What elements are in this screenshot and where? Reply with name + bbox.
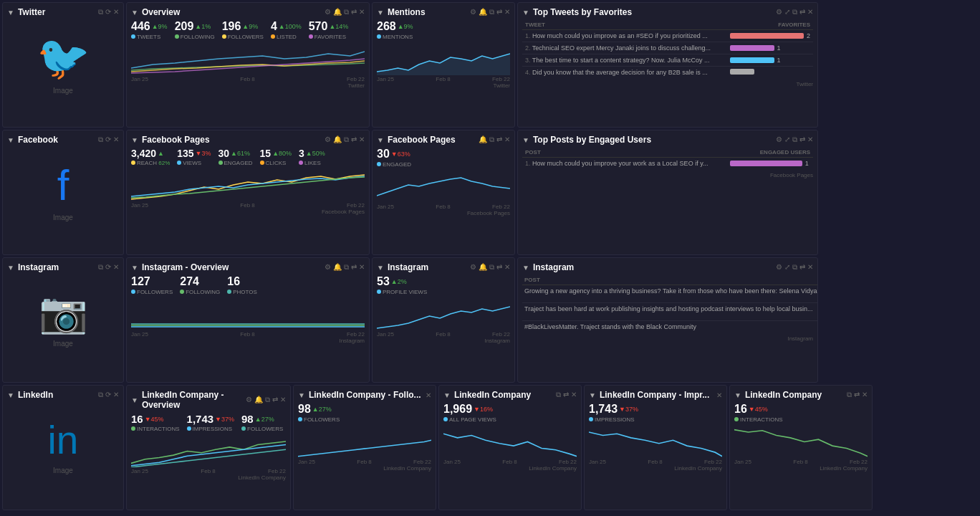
bell-icon[interactable]: 🔔	[333, 135, 342, 144]
mentions-label: MENTIONS	[377, 34, 413, 40]
close-icon[interactable]: ✕	[862, 391, 868, 399]
ig-overview-controls[interactable]: ⚙ 🔔 ⧉ ⇄ ✕	[325, 263, 365, 272]
panel-controls[interactable]: ⧉ ⟳ ✕	[98, 8, 119, 16]
close-icon[interactable]: ✕	[359, 263, 365, 272]
close-icon[interactable]: ✕	[571, 391, 577, 399]
copy-icon[interactable]: ⧉	[489, 263, 494, 272]
gear-icon[interactable]: ⚙	[470, 263, 476, 272]
share-icon[interactable]: ⇄	[799, 8, 805, 16]
close-icon[interactable]: ✕	[113, 135, 119, 144]
refresh-icon[interactable]: ⟳	[105, 135, 111, 144]
close-icon[interactable]: ✕	[113, 263, 119, 272]
share-icon[interactable]: ⇄	[272, 396, 278, 404]
copy-icon[interactable]: ⧉	[98, 391, 103, 399]
share-icon[interactable]: ⇄	[799, 135, 805, 144]
copy-icon[interactable]: ⧉	[792, 135, 797, 144]
refresh-icon[interactable]: ⟳	[105, 391, 111, 399]
li-co-last-controls[interactable]: ⧉ ⇄ ✕	[847, 391, 868, 399]
resize-icon[interactable]: ⤢	[784, 8, 790, 16]
close-icon[interactable]: ✕	[113, 391, 119, 399]
li-co-controls[interactable]: ⧉ ⇄ ✕	[556, 391, 577, 399]
close-icon[interactable]: ✕	[716, 391, 722, 399]
bell-icon[interactable]: 🔔	[479, 8, 487, 16]
copy-icon[interactable]: ⧉	[847, 391, 852, 399]
gear-icon[interactable]: ⚙	[246, 396, 252, 404]
fb-pages-controls[interactable]: 🔔 ⧉ ⇄ ✕	[479, 135, 510, 144]
close-icon[interactable]: ✕	[504, 135, 510, 144]
share-icon[interactable]: ⇄	[351, 263, 357, 272]
instagram-title: Instagram	[18, 262, 59, 272]
refresh-icon[interactable]: ⟳	[105, 263, 111, 272]
tweet-text: Did you know that the average decision f…	[532, 69, 708, 76]
share-icon[interactable]: ⇄	[854, 391, 860, 399]
bell-icon[interactable]: 🔔	[479, 135, 487, 144]
fb-controls[interactable]: ⧉ ⟳ ✕	[98, 135, 119, 144]
close-icon[interactable]: ✕	[504, 8, 510, 16]
metric-reach: 3,420▲ REACH 62%	[131, 148, 170, 166]
copy-icon[interactable]: ⧉	[98, 8, 103, 16]
li-co-impressions-controls[interactable]: ✕	[716, 391, 722, 399]
bell-icon[interactable]: 🔔	[333, 263, 342, 272]
copy-icon[interactable]: ⧉	[98, 263, 103, 272]
metric-clicks: 15▲80% CLICKS	[260, 148, 292, 166]
overview-controls[interactable]: ⚙ 🔔 ⧉ ⇄ ✕	[325, 8, 365, 16]
bell-icon[interactable]: 🔔	[479, 263, 487, 272]
li-co-page-views-metrics: 1,969▼16% ALL PAGE VIEWS	[443, 403, 577, 423]
close-icon[interactable]: ✕	[359, 135, 365, 144]
close-icon[interactable]: ✕	[359, 8, 365, 16]
copy-icon[interactable]: ⧉	[344, 135, 349, 144]
close-icon[interactable]: ✕	[807, 8, 813, 16]
resize-icon[interactable]: ⤢	[784, 263, 790, 272]
ig-logo-controls[interactable]: ⧉ ⟳ ✕	[98, 263, 119, 272]
share-icon[interactable]: ⇄	[496, 135, 502, 144]
gear-icon[interactable]: ⚙	[776, 135, 782, 144]
top-posts-source: Facebook Pages	[522, 172, 813, 178]
li-co-overview-controls[interactable]: ⚙ 🔔 ⧉ ⇄ ✕	[246, 396, 286, 404]
ig-followers-label: FOLLOWERS	[131, 289, 173, 295]
copy-icon[interactable]: ⧉	[344, 8, 349, 16]
gear-icon[interactable]: ⚙	[325, 135, 331, 144]
gear-icon[interactable]: ⚙	[776, 263, 782, 272]
close-icon[interactable]: ✕	[113, 8, 119, 16]
fb-pages-overview-title: Facebook Pages	[142, 135, 210, 145]
fb-pages-overview-chart	[131, 169, 365, 201]
copy-icon[interactable]: ⧉	[489, 135, 494, 144]
share-icon[interactable]: ⇄	[351, 135, 357, 144]
close-icon[interactable]: ✕	[504, 263, 510, 272]
share-icon[interactable]: ⇄	[799, 263, 805, 272]
close-icon[interactable]: ✕	[426, 391, 431, 399]
refresh-icon[interactable]: ⟳	[105, 8, 111, 16]
share-icon[interactable]: ⇄	[351, 8, 357, 16]
resize-icon[interactable]: ⤢	[784, 135, 790, 144]
copy-icon[interactable]: ⧉	[556, 391, 561, 399]
gear-icon[interactable]: ⚙	[776, 8, 782, 16]
linkedin-logo: in Image	[7, 403, 119, 489]
copy-icon[interactable]: ⧉	[792, 263, 797, 272]
top-posts-controls[interactable]: ⚙ ⤢ ⧉ ⇄ ✕	[776, 135, 813, 144]
share-icon[interactable]: ⇄	[496, 8, 502, 16]
gear-icon[interactable]: ⚙	[325, 263, 331, 272]
top-posts-panel: ▼ Top Posts by Engaged Users ⚙ ⤢ ⧉ ⇄ ✕ P…	[517, 130, 818, 255]
close-icon[interactable]: ✕	[807, 263, 813, 272]
close-icon[interactable]: ✕	[280, 396, 286, 404]
close-icon[interactable]: ✕	[807, 135, 813, 144]
li-logo-controls[interactable]: ⧉ ⟳ ✕	[98, 391, 119, 399]
ig-posts-controls[interactable]: ⚙ ⤢ ⧉ ⇄ ✕	[776, 263, 813, 272]
copy-icon[interactable]: ⧉	[489, 8, 494, 16]
bell-icon[interactable]: 🔔	[333, 8, 342, 16]
copy-icon[interactable]: ⧉	[265, 396, 270, 404]
ig-panel-controls[interactable]: ⚙ 🔔 ⧉ ⇄ ✕	[470, 263, 510, 272]
li-co-followers-controls[interactable]: ✕	[426, 391, 431, 399]
gear-icon[interactable]: ⚙	[470, 8, 476, 16]
fb-pages-overview-controls[interactable]: ⚙ 🔔 ⧉ ⇄ ✕	[325, 135, 365, 144]
copy-icon[interactable]: ⧉	[98, 135, 103, 144]
share-icon[interactable]: ⇄	[563, 391, 569, 399]
top-tweets-controls[interactable]: ⚙ ⤢ ⧉ ⇄ ✕	[776, 8, 813, 16]
bell-icon[interactable]: 🔔	[254, 396, 263, 404]
copy-icon[interactable]: ⧉	[344, 263, 349, 272]
copy-icon[interactable]: ⧉	[792, 8, 797, 16]
tweets-value: 446	[131, 20, 150, 33]
gear-icon[interactable]: ⚙	[325, 8, 331, 16]
mentions-controls[interactable]: ⚙ 🔔 ⧉ ⇄ ✕	[470, 8, 510, 16]
share-icon[interactable]: ⇄	[496, 263, 502, 272]
